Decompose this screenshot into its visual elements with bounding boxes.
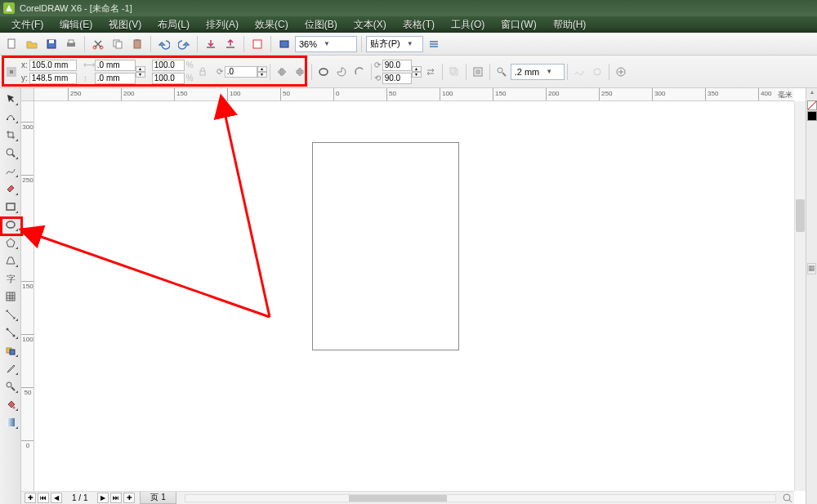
zoom-combo[interactable]: 36%▼ <box>295 36 357 52</box>
color-palette[interactable]: ▴ ▦ <box>806 88 817 504</box>
ellipse-tool[interactable] <box>2 216 20 233</box>
options-button[interactable] <box>425 35 443 53</box>
freehand-tool[interactable] <box>2 162 20 179</box>
dup-x-input[interactable] <box>382 60 412 71</box>
menu-file[interactable]: 文件(F) <box>3 18 51 32</box>
new-button[interactable] <box>3 35 21 53</box>
outline-icon <box>493 63 511 81</box>
next-page-button[interactable]: ▶ <box>97 493 109 503</box>
page-tab-1[interactable]: 页 1 <box>140 492 176 504</box>
ruler-tick-h: 250 <box>68 88 81 101</box>
fill-tool[interactable] <box>2 395 20 413</box>
dup-spinner[interactable]: ▴▾ <box>412 66 422 78</box>
connector-tool[interactable] <box>2 323 20 341</box>
last-page-button[interactable]: ⏭ <box>110 493 122 503</box>
undo-button[interactable] <box>155 35 173 53</box>
rotate-icon: ⟳ <box>217 67 223 76</box>
height-input[interactable] <box>95 73 136 84</box>
menu-view[interactable]: 视图(V) <box>100 18 150 32</box>
rotate-input[interactable] <box>225 66 257 78</box>
wrap-text-button[interactable] <box>469 63 487 81</box>
scroll-thumb-vertical[interactable] <box>796 199 805 232</box>
ruler-horizontal[interactable]: 毫米 2502001501005005010015020025030035040… <box>21 88 794 101</box>
menu-effects[interactable]: 效果(C) <box>247 18 297 32</box>
copy-button[interactable] <box>109 35 127 53</box>
pos-y-input[interactable] <box>29 73 77 84</box>
fullscreen-button[interactable] <box>275 35 293 53</box>
menu-text[interactable]: 文本(X) <box>346 18 395 32</box>
ruler-corner[interactable] <box>21 88 34 101</box>
lock-ratio-button[interactable] <box>194 63 212 81</box>
pie-mode-button[interactable] <box>333 63 350 81</box>
smart-fill-tool[interactable] <box>2 180 20 197</box>
mirror-h-button[interactable] <box>273 63 291 81</box>
redo-button[interactable] <box>175 35 193 53</box>
first-page-button[interactable]: ⏮ <box>38 493 49 503</box>
size-spinner[interactable]: ▴▾ <box>136 66 145 78</box>
rotate-spinner[interactable]: ▴▾ <box>257 66 267 78</box>
crop-tool[interactable] <box>2 126 20 143</box>
to-front-button[interactable] <box>445 63 463 81</box>
scale-x-input[interactable] <box>152 60 185 71</box>
add-page-after-button[interactable]: ✚ <box>123 493 135 503</box>
snap-combo[interactable]: 贴齐(P)▼ <box>366 36 423 52</box>
publish-pdf-button[interactable] <box>248 35 266 53</box>
quick-customize-button[interactable] <box>612 63 630 81</box>
scroll-thumb-horizontal[interactable] <box>349 495 447 502</box>
swap-direction-button[interactable] <box>422 63 440 81</box>
paste-button[interactable] <box>128 35 146 53</box>
table-tool[interactable] <box>2 288 20 305</box>
dimension-tool[interactable] <box>2 306 20 323</box>
arc-mode-button[interactable] <box>350 63 368 81</box>
menu-arrange[interactable]: 排列(A) <box>198 18 247 32</box>
svg-rect-42 <box>10 350 15 355</box>
ellipse-mode-button[interactable] <box>315 63 333 81</box>
menu-table[interactable]: 表格(T) <box>395 18 443 32</box>
svg-rect-24 <box>200 71 205 75</box>
add-page-button[interactable]: ✚ <box>25 493 36 503</box>
save-button[interactable] <box>42 35 60 53</box>
print-button[interactable] <box>62 35 80 53</box>
canvas[interactable] <box>34 101 794 491</box>
convert-button[interactable] <box>588 63 606 81</box>
menu-tools[interactable]: 工具(O) <box>443 18 493 32</box>
navigator-button[interactable] <box>781 493 794 504</box>
width-icon: ⟷ <box>83 60 93 69</box>
interactive-tool[interactable] <box>2 341 20 359</box>
shape-tool[interactable] <box>2 108 20 125</box>
mirror-v-button[interactable] <box>291 63 309 81</box>
svg-rect-17 <box>13 67 16 70</box>
cut-button[interactable] <box>89 35 107 53</box>
scrollbar-vertical[interactable] <box>794 101 806 491</box>
interactive-fill-tool[interactable] <box>2 413 20 430</box>
basic-shapes-tool[interactable] <box>2 252 20 269</box>
pos-y-label: y: <box>21 74 28 83</box>
import-button[interactable] <box>202 35 220 53</box>
color-black[interactable] <box>807 111 817 121</box>
menu-help[interactable]: 帮助(H) <box>545 18 595 32</box>
open-button[interactable] <box>23 35 41 53</box>
dup-y-input[interactable] <box>382 73 412 84</box>
ruler-vertical[interactable]: 300250200150100500 <box>21 101 34 491</box>
color-none[interactable] <box>807 100 817 110</box>
pick-tool[interactable] <box>2 90 20 107</box>
menu-bitmap[interactable]: 位图(B) <box>297 18 346 32</box>
width-input[interactable] <box>95 60 136 71</box>
menu-edit[interactable]: 编辑(E) <box>51 18 100 32</box>
export-button[interactable] <box>221 35 239 53</box>
to-curve-button[interactable] <box>570 63 588 81</box>
outline-tool[interactable] <box>2 377 20 395</box>
scrollbar-horizontal[interactable] <box>185 494 776 502</box>
text-tool[interactable]: 字 <box>2 270 20 287</box>
outline-width-combo[interactable]: .2 mm▼ <box>511 64 565 80</box>
rectangle-tool[interactable] <box>2 198 20 215</box>
ruler-tick-v: 100 <box>21 334 34 343</box>
prev-page-button[interactable]: ◀ <box>51 493 62 503</box>
polygon-tool[interactable] <box>2 234 20 251</box>
menu-window[interactable]: 窗口(W) <box>493 18 544 32</box>
scale-y-input[interactable] <box>152 73 185 84</box>
eyedropper-tool[interactable] <box>2 359 20 377</box>
menu-layout[interactable]: 布局(L) <box>150 18 198 32</box>
zoom-tool[interactable] <box>2 144 20 161</box>
pos-x-input[interactable] <box>29 60 77 71</box>
